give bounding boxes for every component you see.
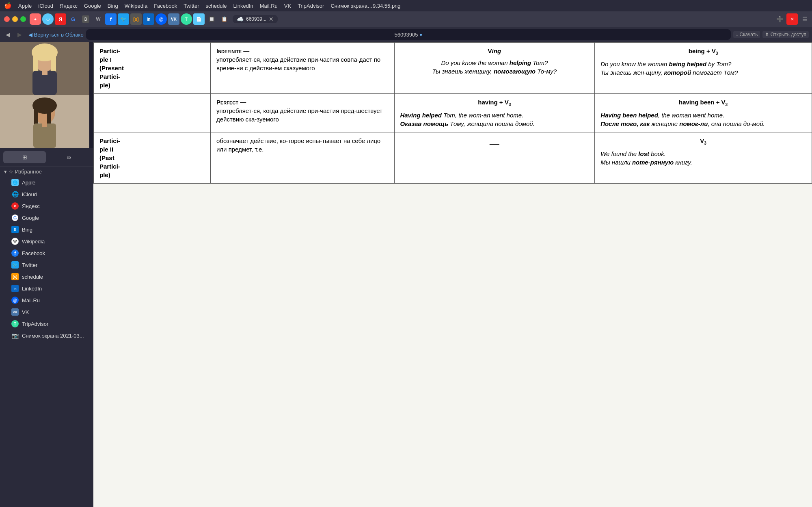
sidebar-item-yandex[interactable]: Я Яндекс: [2, 200, 92, 212]
tab-icon-8[interactable]: 🐦: [118, 13, 129, 25]
tab-bar: ● ○ Я G B W f 🐦 [s] in @ VK T 📄 🔲 📋 ☁️ 6…: [0, 11, 812, 27]
cell-2-3: having + V3 Having helped Tom, the wom-a…: [394, 94, 595, 132]
grammar-table: Partici-ple I(PresentPartici-ple) Indefi…: [93, 42, 812, 184]
tab-icon-14[interactable]: 📄: [193, 13, 205, 25]
sidebar-item-screenshot[interactable]: 📷 Снимок экрана 2021-03...: [2, 330, 92, 341]
tab-icon-9[interactable]: [s]: [130, 13, 142, 25]
sidebar-item-icloud[interactable]: 🌐 iCloud: [2, 188, 92, 200]
tab-icon-1[interactable]: ●: [30, 13, 41, 25]
minimize-button[interactable]: [12, 16, 18, 22]
sidebar-label-vk: VK: [22, 309, 29, 315]
left-panel: ⊞ ∞ ▾ ☆ Избранное 🌐 Apple 🌐 iCloud: [0, 42, 93, 507]
cell-3-4: V3 We found the lost book.Мы нашли поте-…: [595, 132, 812, 184]
tab-icon-3[interactable]: Я: [55, 13, 66, 25]
sidebar-tabs: ⊞ ∞: [0, 148, 93, 167]
tab-icon-16[interactable]: 📋: [218, 13, 230, 25]
cell-text: Partici-ple I(PresentPartici-ple): [99, 48, 124, 89]
sidebar-item-linkedin[interactable]: in LinkedIn: [2, 283, 92, 294]
close-button[interactable]: [4, 16, 10, 22]
sidebar-item-google[interactable]: G Google: [2, 212, 92, 223]
sidebar-label-bing: Bing: [22, 227, 32, 233]
being-v3-header: being + V3: [600, 47, 806, 56]
twitter-favicon-icon: 🐦: [11, 261, 19, 269]
tab-icon-15[interactable]: 🔲: [206, 13, 217, 25]
sidebar-item-facebook[interactable]: f Facebook: [2, 247, 92, 259]
tab-icon-12[interactable]: VK: [168, 13, 179, 25]
table-row-1: Partici-ple I(PresentPartici-ple) Indefi…: [94, 43, 812, 94]
sidebar-item-schedule[interactable]: [s] schedule: [2, 271, 92, 282]
sidebar-label-google: Google: [22, 215, 39, 221]
icloud-favicon-icon: 🌐: [11, 191, 19, 198]
facebook-favicon-icon: f: [11, 249, 19, 257]
video-person-2: [0, 95, 89, 148]
tab-icon-13[interactable]: T: [181, 13, 192, 25]
having-v3-text: Having helped Tom, the wom-an went home.…: [400, 111, 589, 128]
tab-icon-extra1[interactable]: ➕: [774, 13, 785, 25]
favorites-label: Избранное: [15, 169, 42, 175]
tab-icon-10[interactable]: in: [143, 13, 154, 25]
tab-icon-5[interactable]: B: [80, 13, 91, 25]
cell-1-4: being + V3 Do you know the woman being h…: [595, 43, 812, 94]
menu-apple[interactable]: Apple: [18, 3, 32, 9]
menu-icloud[interactable]: iCloud: [38, 3, 53, 9]
download-button[interactable]: ↓ Скачать: [733, 31, 760, 38]
menu-wikipedia[interactable]: Wikipedia: [125, 3, 147, 9]
sidebar-item-mailru[interactable]: @ Mail.Ru: [2, 295, 92, 306]
active-tab-label: 660939...: [246, 16, 266, 22]
back-button[interactable]: ◀: [3, 30, 13, 39]
linkedin-favicon-icon: in: [11, 285, 19, 292]
sidebar-section-header[interactable]: ▾ ☆ Избранное: [0, 167, 93, 176]
dash-symbol: —: [490, 138, 499, 149]
menu-tripadvisor[interactable]: TripAdvisor: [298, 3, 324, 9]
menu-screenshot[interactable]: Снимок экрана…9.34.55.png: [330, 3, 400, 9]
cell-2-4: having been + V3 Having been helped, the…: [595, 94, 812, 132]
tripadvisor-favicon-icon: T: [11, 320, 19, 327]
sidebar-item-bing[interactable]: B Bing: [2, 224, 92, 235]
wikipedia-favicon-icon: W: [11, 238, 19, 245]
tab-icon-11[interactable]: @: [155, 13, 167, 25]
menu-mailru[interactable]: Mail.Ru: [260, 3, 278, 9]
tab-icon-2[interactable]: ○: [42, 13, 54, 25]
menu-twitter[interactable]: Twitter: [184, 3, 199, 9]
back-to-cloud-link[interactable]: ◀ Вернуться в Облако: [28, 32, 84, 38]
share-button[interactable]: ⬆ Открыть доступ: [762, 31, 809, 38]
sidebar-item-tripadvisor[interactable]: T TripAdvisor: [2, 318, 92, 329]
menu-schedule[interactable]: schedule: [206, 3, 227, 9]
yandex-favicon-icon: Я: [11, 202, 19, 210]
menu-linkedin[interactable]: LinkedIn: [233, 3, 253, 9]
cell-3-2: обозначает действие, ко-торое испы-тывае…: [210, 132, 394, 184]
tab-icon-extra3[interactable]: ☰: [799, 13, 810, 25]
sidebar-tab-reading[interactable]: ∞: [48, 151, 90, 163]
apple-menu[interactable]: 🍎: [4, 2, 12, 9]
cell-1-3: Ving Do you know the woman helping Tom?Т…: [394, 43, 595, 94]
tab-icon-6[interactable]: W: [93, 13, 104, 25]
forward-button[interactable]: ▶: [15, 30, 24, 39]
tab-icon-7[interactable]: f: [105, 13, 117, 25]
menu-facebook[interactable]: Facebook: [154, 3, 177, 9]
having-v3-header: having + V3: [400, 98, 589, 108]
v3-text: We found the lost book.Мы нашли поте-рян…: [600, 150, 806, 167]
menu-bing[interactable]: Bing: [108, 3, 118, 9]
sidebar-item-twitter[interactable]: 🐦 Twitter: [2, 259, 92, 271]
tab-icon-4[interactable]: G: [67, 13, 79, 25]
menu-vk[interactable]: VK: [284, 3, 291, 9]
sidebar-tab-bookmarks[interactable]: ⊞: [3, 151, 46, 163]
tab-icon-extra2[interactable]: ✕: [786, 13, 798, 25]
sidebar-item-apple[interactable]: 🌐 Apple: [2, 177, 92, 188]
active-tab[interactable]: ☁️ 660939... ✕: [233, 15, 278, 23]
sidebar-label-wikipedia: Wikipedia: [22, 238, 45, 245]
menu-google[interactable]: Google: [84, 3, 101, 9]
ving-text: Do you know the woman helping Tom?Ты зна…: [400, 58, 589, 76]
indefinite-text: употребляет-ся, когда действие при-части…: [216, 56, 380, 72]
video-panel-top: [0, 42, 89, 95]
sidebar-item-wikipedia[interactable]: W Wikipedia: [2, 236, 92, 247]
url-text: 56093905: [395, 32, 418, 38]
menu-yandex[interactable]: Яндекс: [60, 3, 78, 9]
close-tab-button[interactable]: ✕: [269, 16, 274, 22]
indefinite-heading: Indefinite —: [216, 48, 249, 54]
url-bar[interactable]: 56093905 ●: [86, 29, 731, 40]
sidebar-item-vk[interactable]: VK VK: [2, 306, 92, 318]
fullscreen-button[interactable]: [20, 16, 26, 22]
v3-header: V3: [600, 136, 806, 146]
cell-2-2: Perfect — употребляет-ся, когда действие…: [210, 94, 394, 132]
